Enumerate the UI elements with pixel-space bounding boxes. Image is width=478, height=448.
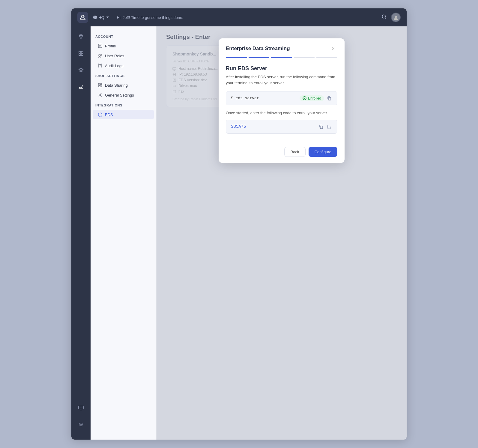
svg-point-2	[83, 16, 84, 16]
modal-dialog: Enterprise Data Streaming × Run EDS Serv…	[219, 38, 345, 163]
code-actions	[318, 124, 332, 130]
hq-selector[interactable]: HQ	[93, 15, 110, 20]
code-copy-button[interactable]	[318, 124, 324, 130]
back-button[interactable]: Back	[284, 147, 306, 157]
topbar-right	[381, 13, 401, 22]
nav-item-user-roles[interactable]: User Roles	[93, 51, 154, 61]
svg-point-16	[101, 55, 102, 56]
svg-rect-11	[79, 88, 83, 89]
svg-rect-28	[320, 126, 323, 129]
svg-rect-12	[79, 406, 83, 409]
svg-point-18	[99, 85, 100, 86]
svg-rect-27	[328, 97, 331, 100]
shop-section-title: Shop Settings	[91, 74, 156, 80]
modal-close-button[interactable]: ×	[329, 44, 337, 53]
nav-item-eds[interactable]: EDS	[93, 110, 154, 119]
nav-item-data-sharing[interactable]: Data Sharing	[93, 80, 154, 90]
svg-point-4	[382, 15, 386, 18]
step-4	[294, 57, 315, 58]
svg-rect-8	[81, 51, 83, 53]
topbar: HQ Hi, Jeff! Time to get some things don…	[71, 8, 407, 26]
svg-point-26	[303, 97, 306, 100]
enrolled-label: Enrolled	[308, 96, 321, 100]
modal-title: Enterprise Data Streaming	[226, 46, 290, 52]
svg-point-5	[395, 16, 397, 18]
nav-item-profile[interactable]: Profile	[93, 41, 154, 51]
icon-strip	[71, 26, 91, 440]
main-layout: Account Profile User Roles	[71, 26, 407, 440]
nav-icon-grid[interactable]	[76, 48, 86, 59]
command-copy-button[interactable]	[326, 95, 332, 101]
svg-point-21	[100, 94, 101, 96]
nav-item-general-settings[interactable]: General Settings	[93, 90, 154, 100]
code-refresh-button[interactable]	[326, 124, 332, 130]
svg-point-6	[80, 35, 82, 36]
app-window: HQ Hi, Jeff! Time to get some things don…	[71, 8, 407, 440]
step-1	[226, 57, 247, 58]
modal-section-title: Run EDS Server	[226, 65, 337, 72]
svg-point-20	[101, 86, 102, 87]
modal-footer: Back Configure	[219, 147, 345, 163]
nav-item-general-settings-label: General Settings	[105, 93, 134, 97]
nav-sidebar: Account Profile User Roles	[91, 26, 157, 440]
command-text: $ eds server	[231, 96, 259, 100]
avatar-circle	[391, 13, 401, 22]
nav-item-user-roles-label: User Roles	[105, 54, 124, 58]
app-logo[interactable]	[77, 12, 88, 23]
command-row: $ eds server Enrolled	[226, 91, 337, 105]
command-actions: Enrolled	[300, 95, 332, 101]
stepper	[219, 53, 345, 58]
modal-overlay: Enterprise Data Streaming × Run EDS Serv…	[157, 26, 407, 440]
svg-point-13	[80, 424, 82, 426]
step-3	[271, 57, 292, 58]
integrations-section-title: Integrations	[91, 103, 156, 109]
enrolled-badge: Enrolled	[300, 95, 324, 101]
nav-item-audit-logs[interactable]: Audit Logs	[93, 61, 154, 70]
svg-point-19	[101, 84, 102, 85]
topbar-greeting: Hi, Jeff! Time to get some things done.	[117, 15, 184, 20]
modal-description: After installing the EDS server, run the…	[226, 74, 337, 86]
nav-icon-location[interactable]	[76, 31, 86, 42]
svg-rect-14	[98, 44, 102, 48]
modal-header: Enterprise Data Streaming ×	[219, 38, 345, 53]
account-section-title: Account	[91, 35, 156, 41]
enrollment-code: S85A76	[231, 124, 246, 129]
modal-body: Run EDS Server After installing the EDS …	[219, 58, 345, 147]
modal-sub-description: Once started, enter the following code t…	[226, 110, 337, 116]
avatar[interactable]	[391, 13, 401, 22]
nav-item-profile-label: Profile	[105, 44, 116, 48]
icon-strip-bottom	[76, 402, 86, 435]
svg-point-15	[99, 54, 100, 56]
step-5	[316, 57, 337, 58]
nav-item-audit-logs-label: Audit Logs	[105, 64, 123, 68]
step-2	[249, 57, 270, 58]
nav-item-eds-label: EDS	[105, 112, 113, 117]
nav-icon-chart[interactable]	[76, 82, 86, 92]
enrollment-code-row: S85A76	[226, 120, 337, 134]
svg-point-1	[82, 16, 82, 16]
svg-rect-9	[79, 54, 81, 55]
nav-item-data-sharing-label: Data Sharing	[105, 83, 128, 88]
nav-icon-monitor[interactable]	[76, 402, 86, 413]
search-icon[interactable]	[381, 14, 387, 21]
svg-rect-7	[79, 51, 81, 53]
content-area: Settings - Enter Shopmonkey Sandb... ···…	[157, 26, 407, 440]
configure-button[interactable]: Configure	[309, 147, 337, 157]
svg-rect-10	[81, 54, 83, 55]
nav-icon-layers[interactable]	[76, 65, 86, 76]
nav-icon-settings[interactable]	[76, 419, 86, 430]
